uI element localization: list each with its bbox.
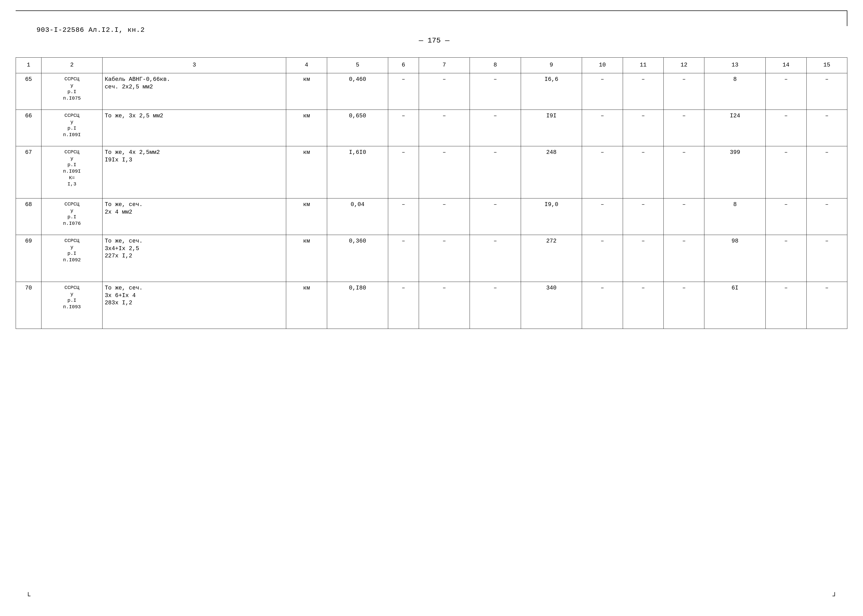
table-cell: км: [286, 198, 327, 235]
table-cell: 272: [521, 235, 582, 282]
table-cell: То же, сеч. 3х4+Iх 2,5 227х I,2: [102, 235, 286, 282]
table-cell: –: [806, 282, 847, 329]
table-cell: –: [623, 282, 663, 329]
table-row: 65ССРСЦ у р.I п.I075Кабель АВНГ-0,66кв. …: [16, 73, 847, 110]
table-row: 66ССРСЦ у р.I п.I09IТо же, 3х 2,5 мм2км0…: [16, 110, 847, 146]
table-cell: –: [582, 235, 623, 282]
table-cell: 0,360: [327, 235, 388, 282]
table-cell: То же, 4х 2,5мм2 I9Iх I,3: [102, 146, 286, 198]
table-cell: То же, 3х 2,5 мм2: [102, 110, 286, 146]
table-cell: –: [766, 282, 806, 329]
table-cell: –: [388, 235, 419, 282]
table-cell: 69: [16, 235, 41, 282]
top-border: [16, 11, 847, 11]
table-cell: км: [286, 146, 327, 198]
table-cell: ССРСЦ у р.I п.I09I: [41, 110, 102, 146]
header-area: 903-I-22586 Ал.I2.I, кн.2 — 175 —: [36, 26, 832, 45]
table-row: 70ССРСЦ у р.I п.I093То же, сеч. 3х 6+Iх …: [16, 282, 847, 329]
table-cell: –: [664, 73, 704, 110]
table-cell: –: [388, 282, 419, 329]
table-cell: ССРСЦ у р.I п.I093: [41, 282, 102, 329]
table-cell: км: [286, 110, 327, 146]
bottom-right-corner: ┘: [833, 592, 837, 600]
col-header-9: 9: [521, 58, 582, 73]
col-header-3: 3: [102, 58, 286, 73]
table-cell: –: [664, 235, 704, 282]
table-cell: То же, сеч. 2х 4 мм2: [102, 198, 286, 235]
col-header-6: 6: [388, 58, 419, 73]
table-cell: 0,650: [327, 110, 388, 146]
col-header-2: 2: [41, 58, 102, 73]
table-cell: –: [419, 235, 470, 282]
main-table-container: 1 2 3 4 5 6 7 8 9 10 11 12 13 14 15: [16, 57, 847, 329]
table-cell: 6I: [704, 282, 766, 329]
table-cell: 340: [521, 282, 582, 329]
table-cell: –: [806, 198, 847, 235]
col-header-11: 11: [623, 58, 663, 73]
table-cell: 0,04: [327, 198, 388, 235]
table-cell: 0,460: [327, 73, 388, 110]
table-cell: I9,0: [521, 198, 582, 235]
table-cell: ССРСЦ у р.I п.I076: [41, 198, 102, 235]
table-cell: –: [582, 110, 623, 146]
table-cell: –: [582, 198, 623, 235]
col-header-14: 14: [766, 58, 806, 73]
table-cell: –: [419, 110, 470, 146]
table-cell: –: [582, 282, 623, 329]
bottom-left-corner: └: [26, 592, 30, 600]
table-row: 68ССРСЦ у р.I п.I076То же, сеч. 2х 4 мм2…: [16, 198, 847, 235]
table-cell: –: [623, 235, 663, 282]
table-cell: I,6I0: [327, 146, 388, 198]
table-cell: –: [664, 110, 704, 146]
table-cell: –: [806, 235, 847, 282]
table-cell: –: [419, 73, 470, 110]
table-cell: –: [766, 198, 806, 235]
col-header-8: 8: [470, 58, 521, 73]
table-cell: I24: [704, 110, 766, 146]
table-cell: 0,I80: [327, 282, 388, 329]
table-cell: –: [582, 73, 623, 110]
table-cell: –: [623, 110, 663, 146]
table-cell: –: [582, 146, 623, 198]
table-cell: –: [623, 146, 663, 198]
table-cell: –: [419, 198, 470, 235]
table-cell: –: [664, 146, 704, 198]
table-cell: –: [419, 282, 470, 329]
table-cell: 399: [704, 146, 766, 198]
table-cell: ССРСЦ у р.I п.I092: [41, 235, 102, 282]
table-cell: –: [470, 282, 521, 329]
table-cell: –: [388, 73, 419, 110]
table-cell: км: [286, 235, 327, 282]
col-header-12: 12: [664, 58, 704, 73]
table-cell: –: [623, 198, 663, 235]
table-cell: –: [388, 110, 419, 146]
table-cell: –: [766, 146, 806, 198]
table-cell: 66: [16, 110, 41, 146]
col-header-7: 7: [419, 58, 470, 73]
page-number: — 175 —: [36, 36, 832, 45]
table-cell: –: [388, 198, 419, 235]
table-cell: I9I: [521, 110, 582, 146]
table-cell: 67: [16, 146, 41, 198]
table-cell: –: [470, 198, 521, 235]
col-header-1: 1: [16, 58, 41, 73]
col-header-5: 5: [327, 58, 388, 73]
table-cell: –: [766, 235, 806, 282]
table-cell: I6,6: [521, 73, 582, 110]
table-cell: –: [664, 282, 704, 329]
doc-ref: 903-I-22586 Ал.I2.I, кн.2: [36, 26, 832, 34]
table-row: 67ССРСЦ у р.I п.I09I К= I,3То же, 4х 2,5…: [16, 146, 847, 198]
col-header-10: 10: [582, 58, 623, 73]
table-cell: ССРСЦ у р.I п.I09I К= I,3: [41, 146, 102, 198]
table-cell: ССРСЦ у р.I п.I075: [41, 73, 102, 110]
table-cell: км: [286, 73, 327, 110]
col-header-4: 4: [286, 58, 327, 73]
table-cell: –: [419, 146, 470, 198]
table-cell: –: [806, 110, 847, 146]
col-header-13: 13: [704, 58, 766, 73]
table-cell: 98: [704, 235, 766, 282]
table-cell: –: [806, 73, 847, 110]
table-cell: То же, сеч. 3х 6+Iх 4 283х I,2: [102, 282, 286, 329]
table-cell: 8: [704, 73, 766, 110]
table-cell: 68: [16, 198, 41, 235]
